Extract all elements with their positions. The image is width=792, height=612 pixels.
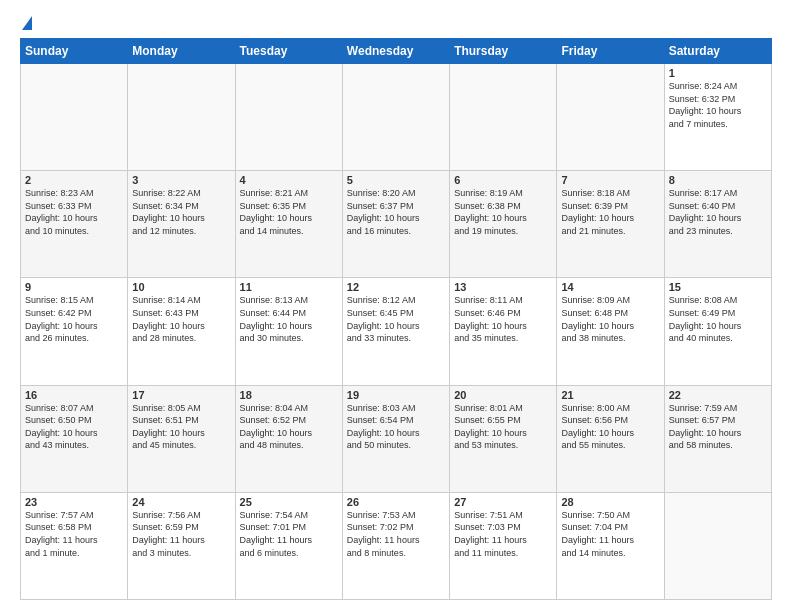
day-info: Sunrise: 7:54 AM Sunset: 7:01 PM Dayligh…	[240, 509, 338, 559]
calendar-week-row: 16Sunrise: 8:07 AM Sunset: 6:50 PM Dayli…	[21, 385, 772, 492]
calendar-header-tuesday: Tuesday	[235, 39, 342, 64]
calendar-cell: 19Sunrise: 8:03 AM Sunset: 6:54 PM Dayli…	[342, 385, 449, 492]
calendar-cell	[21, 64, 128, 171]
day-info: Sunrise: 7:53 AM Sunset: 7:02 PM Dayligh…	[347, 509, 445, 559]
calendar-cell	[557, 64, 664, 171]
calendar-week-row: 2Sunrise: 8:23 AM Sunset: 6:33 PM Daylig…	[21, 171, 772, 278]
day-number: 22	[669, 389, 767, 401]
day-number: 9	[25, 281, 123, 293]
calendar-cell	[235, 64, 342, 171]
day-info: Sunrise: 8:01 AM Sunset: 6:55 PM Dayligh…	[454, 402, 552, 452]
day-info: Sunrise: 7:57 AM Sunset: 6:58 PM Dayligh…	[25, 509, 123, 559]
day-number: 4	[240, 174, 338, 186]
day-info: Sunrise: 8:04 AM Sunset: 6:52 PM Dayligh…	[240, 402, 338, 452]
calendar-cell: 20Sunrise: 8:01 AM Sunset: 6:55 PM Dayli…	[450, 385, 557, 492]
calendar-cell: 13Sunrise: 8:11 AM Sunset: 6:46 PM Dayli…	[450, 278, 557, 385]
calendar-header-monday: Monday	[128, 39, 235, 64]
day-number: 20	[454, 389, 552, 401]
calendar-cell: 23Sunrise: 7:57 AM Sunset: 6:58 PM Dayli…	[21, 492, 128, 599]
day-info: Sunrise: 8:21 AM Sunset: 6:35 PM Dayligh…	[240, 187, 338, 237]
day-info: Sunrise: 8:13 AM Sunset: 6:44 PM Dayligh…	[240, 294, 338, 344]
day-info: Sunrise: 7:56 AM Sunset: 6:59 PM Dayligh…	[132, 509, 230, 559]
logo-triangle-icon	[22, 16, 32, 30]
day-number: 3	[132, 174, 230, 186]
day-number: 18	[240, 389, 338, 401]
day-number: 6	[454, 174, 552, 186]
calendar-cell: 10Sunrise: 8:14 AM Sunset: 6:43 PM Dayli…	[128, 278, 235, 385]
day-info: Sunrise: 8:03 AM Sunset: 6:54 PM Dayligh…	[347, 402, 445, 452]
day-number: 1	[669, 67, 767, 79]
day-info: Sunrise: 8:14 AM Sunset: 6:43 PM Dayligh…	[132, 294, 230, 344]
day-number: 12	[347, 281, 445, 293]
calendar-cell: 18Sunrise: 8:04 AM Sunset: 6:52 PM Dayli…	[235, 385, 342, 492]
day-info: Sunrise: 8:05 AM Sunset: 6:51 PM Dayligh…	[132, 402, 230, 452]
calendar-cell: 9Sunrise: 8:15 AM Sunset: 6:42 PM Daylig…	[21, 278, 128, 385]
calendar-header-friday: Friday	[557, 39, 664, 64]
calendar-week-row: 9Sunrise: 8:15 AM Sunset: 6:42 PM Daylig…	[21, 278, 772, 385]
day-number: 8	[669, 174, 767, 186]
day-number: 7	[561, 174, 659, 186]
day-number: 11	[240, 281, 338, 293]
calendar-cell: 28Sunrise: 7:50 AM Sunset: 7:04 PM Dayli…	[557, 492, 664, 599]
day-info: Sunrise: 8:23 AM Sunset: 6:33 PM Dayligh…	[25, 187, 123, 237]
day-info: Sunrise: 7:51 AM Sunset: 7:03 PM Dayligh…	[454, 509, 552, 559]
day-number: 2	[25, 174, 123, 186]
day-number: 13	[454, 281, 552, 293]
calendar-header-row: SundayMondayTuesdayWednesdayThursdayFrid…	[21, 39, 772, 64]
day-number: 26	[347, 496, 445, 508]
day-number: 17	[132, 389, 230, 401]
calendar: SundayMondayTuesdayWednesdayThursdayFrid…	[20, 38, 772, 600]
day-info: Sunrise: 8:24 AM Sunset: 6:32 PM Dayligh…	[669, 80, 767, 130]
day-info: Sunrise: 8:09 AM Sunset: 6:48 PM Dayligh…	[561, 294, 659, 344]
day-info: Sunrise: 7:59 AM Sunset: 6:57 PM Dayligh…	[669, 402, 767, 452]
day-number: 16	[25, 389, 123, 401]
calendar-cell	[128, 64, 235, 171]
logo	[20, 20, 32, 30]
calendar-cell: 27Sunrise: 7:51 AM Sunset: 7:03 PM Dayli…	[450, 492, 557, 599]
calendar-week-row: 23Sunrise: 7:57 AM Sunset: 6:58 PM Dayli…	[21, 492, 772, 599]
calendar-cell: 22Sunrise: 7:59 AM Sunset: 6:57 PM Dayli…	[664, 385, 771, 492]
day-info: Sunrise: 8:22 AM Sunset: 6:34 PM Dayligh…	[132, 187, 230, 237]
calendar-header-wednesday: Wednesday	[342, 39, 449, 64]
day-number: 19	[347, 389, 445, 401]
calendar-cell: 4Sunrise: 8:21 AM Sunset: 6:35 PM Daylig…	[235, 171, 342, 278]
calendar-cell: 7Sunrise: 8:18 AM Sunset: 6:39 PM Daylig…	[557, 171, 664, 278]
calendar-cell: 21Sunrise: 8:00 AM Sunset: 6:56 PM Dayli…	[557, 385, 664, 492]
calendar-cell: 24Sunrise: 7:56 AM Sunset: 6:59 PM Dayli…	[128, 492, 235, 599]
calendar-header-saturday: Saturday	[664, 39, 771, 64]
day-number: 5	[347, 174, 445, 186]
day-info: Sunrise: 8:11 AM Sunset: 6:46 PM Dayligh…	[454, 294, 552, 344]
calendar-cell: 12Sunrise: 8:12 AM Sunset: 6:45 PM Dayli…	[342, 278, 449, 385]
calendar-cell: 25Sunrise: 7:54 AM Sunset: 7:01 PM Dayli…	[235, 492, 342, 599]
day-info: Sunrise: 8:07 AM Sunset: 6:50 PM Dayligh…	[25, 402, 123, 452]
calendar-cell	[450, 64, 557, 171]
day-info: Sunrise: 8:20 AM Sunset: 6:37 PM Dayligh…	[347, 187, 445, 237]
calendar-cell: 26Sunrise: 7:53 AM Sunset: 7:02 PM Dayli…	[342, 492, 449, 599]
calendar-cell: 5Sunrise: 8:20 AM Sunset: 6:37 PM Daylig…	[342, 171, 449, 278]
calendar-cell: 15Sunrise: 8:08 AM Sunset: 6:49 PM Dayli…	[664, 278, 771, 385]
day-info: Sunrise: 8:17 AM Sunset: 6:40 PM Dayligh…	[669, 187, 767, 237]
calendar-cell: 16Sunrise: 8:07 AM Sunset: 6:50 PM Dayli…	[21, 385, 128, 492]
calendar-cell: 1Sunrise: 8:24 AM Sunset: 6:32 PM Daylig…	[664, 64, 771, 171]
calendar-header-sunday: Sunday	[21, 39, 128, 64]
day-info: Sunrise: 8:19 AM Sunset: 6:38 PM Dayligh…	[454, 187, 552, 237]
day-info: Sunrise: 8:15 AM Sunset: 6:42 PM Dayligh…	[25, 294, 123, 344]
day-number: 15	[669, 281, 767, 293]
calendar-cell: 8Sunrise: 8:17 AM Sunset: 6:40 PM Daylig…	[664, 171, 771, 278]
day-number: 25	[240, 496, 338, 508]
day-number: 23	[25, 496, 123, 508]
day-info: Sunrise: 8:08 AM Sunset: 6:49 PM Dayligh…	[669, 294, 767, 344]
day-number: 10	[132, 281, 230, 293]
calendar-cell	[342, 64, 449, 171]
day-number: 14	[561, 281, 659, 293]
calendar-cell: 17Sunrise: 8:05 AM Sunset: 6:51 PM Dayli…	[128, 385, 235, 492]
day-number: 21	[561, 389, 659, 401]
day-info: Sunrise: 8:18 AM Sunset: 6:39 PM Dayligh…	[561, 187, 659, 237]
calendar-header-thursday: Thursday	[450, 39, 557, 64]
calendar-cell: 6Sunrise: 8:19 AM Sunset: 6:38 PM Daylig…	[450, 171, 557, 278]
calendar-cell: 11Sunrise: 8:13 AM Sunset: 6:44 PM Dayli…	[235, 278, 342, 385]
day-info: Sunrise: 8:00 AM Sunset: 6:56 PM Dayligh…	[561, 402, 659, 452]
day-info: Sunrise: 8:12 AM Sunset: 6:45 PM Dayligh…	[347, 294, 445, 344]
calendar-cell	[664, 492, 771, 599]
day-number: 27	[454, 496, 552, 508]
